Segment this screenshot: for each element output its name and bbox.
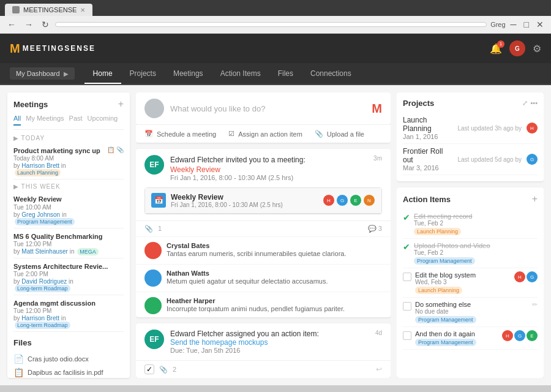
tab-home[interactable]: Home xyxy=(84,64,121,84)
browser-toolbar: ← → ↻ Greg ─ □ ✕ xyxy=(0,16,551,34)
check-complete-icon[interactable]: ✔ xyxy=(403,213,410,222)
close-browser-button[interactable]: ✕ xyxy=(534,18,546,31)
action-item-tag[interactable]: Launch Planning xyxy=(414,228,461,235)
schedule-meeting-button[interactable]: 📅 Schedule a meeting xyxy=(144,130,216,138)
action-item-avatar: H xyxy=(502,330,513,341)
right-panel: Projects ⤢ ••• Launch Planning Jan 1, 20… xyxy=(397,92,544,378)
check-complete-icon[interactable]: ✔ xyxy=(403,242,410,252)
action-item-tag[interactable]: Launch Planning xyxy=(415,287,462,294)
check-pending-icon[interactable] xyxy=(403,331,411,340)
action-item-date: Wed, Feb 3 xyxy=(415,279,511,285)
meeting-time: Tue 12:00 PM xyxy=(13,241,124,247)
meeting-item: Product marketing sync up Today 8:00 AM … xyxy=(13,144,124,179)
feed-content: Edward Fletcher invited you to a meeting… xyxy=(170,155,367,181)
filter-past[interactable]: Past xyxy=(69,115,83,126)
meeting-title[interactable]: Systems Architecture Revie... xyxy=(13,262,124,271)
comment-text: Metum quieti agatur ut sequitur delectat… xyxy=(167,277,382,286)
action-checkbox[interactable]: ✓ xyxy=(144,364,154,374)
action-items-header: Action Items + xyxy=(403,194,538,205)
file-item[interactable]: 📋 Dapibus ac facilisis in.pdf xyxy=(13,366,124,378)
comment-text: Tantas earum numeris, scribi innumerabil… xyxy=(167,249,382,258)
tab-files[interactable]: Files xyxy=(269,64,302,84)
file-item[interactable]: 📄 Cras justo odio.docx xyxy=(13,352,124,366)
paperclip-icon: 📎 xyxy=(315,130,323,138)
meeting-title[interactable]: Product marketing sync up xyxy=(13,146,107,155)
tab-close[interactable]: ✕ xyxy=(80,7,85,13)
browser-tab[interactable]: MEETINGSENSE ✕ xyxy=(5,4,92,16)
project-item[interactable]: Launch Planning Jan 1, 2016 Last updated… xyxy=(403,113,538,144)
feed-card-meeting: EF Edward Fletcher invited you to a meet… xyxy=(136,149,391,317)
action-item-tag[interactable]: Program Management xyxy=(415,339,476,346)
project-item[interactable]: Frontier Roll out Mar 3, 2016 Last updat… xyxy=(403,144,538,175)
meeting-title[interactable]: Weekly Review xyxy=(13,195,124,203)
meeting-title[interactable]: MS 6 Quality Benchmarking xyxy=(13,232,124,241)
action-item-tag[interactable]: Program Management xyxy=(414,257,475,265)
back-button[interactable]: ← xyxy=(5,18,18,31)
activity-avatar xyxy=(144,99,164,118)
activity-input-row: What would you like to do? M xyxy=(136,92,391,124)
action-content: Edward Fletcher assigned you an action i… xyxy=(170,330,319,354)
action-item-row: Do something else No due date Program Ma… xyxy=(403,301,538,323)
action-item-tag[interactable]: Program Management xyxy=(415,316,476,323)
action-item-date: Tue, Feb 2 xyxy=(414,220,538,227)
feed-header: EF Edward Fletcher invited you to a meet… xyxy=(136,149,391,187)
feed-avatar: EF xyxy=(144,155,164,175)
action-item: ✔ Upload Photos and Video Tue, Feb 2 Pro… xyxy=(403,239,538,268)
schedule-label: Schedule a meeting xyxy=(157,130,216,138)
meeting-filters: All My Meetings Past Upcoming xyxy=(13,115,124,130)
files-section: Files 📄 Cras justo odio.docx 📋 Dapibus a… xyxy=(13,338,124,378)
filter-upcoming[interactable]: Upcoming xyxy=(88,115,118,126)
tab-action-items[interactable]: Action Items xyxy=(212,64,269,84)
main-content: Meetings + All My Meetings Past Upcoming… xyxy=(0,85,551,385)
filter-my-meetings[interactable]: My Meetings xyxy=(26,115,64,126)
minimize-button[interactable]: ─ xyxy=(508,18,519,31)
forward-button[interactable]: → xyxy=(22,18,36,31)
feed-link[interactable]: Weekly Review xyxy=(170,165,367,174)
assign-action-button[interactable]: ☑ Assign an action item xyxy=(228,130,302,138)
meeting-item: Systems Architecture Revie... Tue 2:00 P… xyxy=(13,260,124,295)
comment-body: Nathan Watts Metum quieti agatur ut sequ… xyxy=(167,270,382,287)
more-icon[interactable]: ••• xyxy=(530,99,538,107)
meetings-title: Meetings xyxy=(13,100,48,109)
meeting-by: by Greg Johnson in Program Management xyxy=(13,211,124,225)
action-items-panel: Action Items + ✔ Edit meeting record Tue… xyxy=(397,187,544,378)
expand-icon[interactable]: ⤢ xyxy=(522,99,528,107)
action-items-title: Action Items xyxy=(403,195,451,204)
settings-icon[interactable]: ⚙ xyxy=(533,43,541,55)
edit-icon[interactable]: ✏ xyxy=(532,301,538,309)
tab-meetings[interactable]: Meetings xyxy=(165,64,212,84)
browser-chrome: MEETINGSENSE ✕ xyxy=(0,0,551,16)
add-meeting-button[interactable]: + xyxy=(118,99,124,110)
attachment-count: 1 xyxy=(158,225,162,232)
meeting-item: Agenda mgmt discussion Tue 12:00 PM by H… xyxy=(13,296,124,332)
address-bar[interactable] xyxy=(55,22,487,27)
action-item-avatar: G xyxy=(527,271,538,282)
tab-projects[interactable]: Projects xyxy=(121,64,165,84)
refresh-button[interactable]: ↻ xyxy=(39,18,51,31)
feed-meta: 📎 1 💬 3 xyxy=(136,221,391,236)
activity-logo: M xyxy=(372,102,382,116)
check-pending-icon[interactable] xyxy=(403,302,411,311)
meeting-by: by Harrison Brett in Launch Planning xyxy=(13,162,107,176)
comment-author: Crystal Bates xyxy=(167,242,382,249)
comment-item: Crystal Bates Tantas earum numeris, scri… xyxy=(136,236,391,264)
maximize-button[interactable]: □ xyxy=(522,18,531,31)
meeting-title[interactable]: Agenda mgmt discussion xyxy=(13,299,124,307)
filter-all[interactable]: All xyxy=(13,115,21,126)
user-avatar[interactable]: G xyxy=(509,40,525,56)
action-item-date: No due date xyxy=(415,308,528,315)
feed-time: 3m xyxy=(373,155,382,162)
tab-connections[interactable]: Connections xyxy=(302,64,360,84)
action-header: EF Edward Fletcher assigned you an actio… xyxy=(136,323,391,360)
project-avatar: H xyxy=(527,123,538,134)
upload-file-button[interactable]: 📎 Upload a file xyxy=(315,130,364,138)
activity-placeholder[interactable]: What would you like to do? xyxy=(170,104,365,113)
check-pending-icon[interactable] xyxy=(403,273,411,281)
breadcrumb[interactable]: My Dashboard ▶ xyxy=(10,67,75,80)
action-link[interactable]: Send the homepage mockups xyxy=(170,338,319,347)
add-action-item-button[interactable]: + xyxy=(532,194,538,205)
meeting-time: Tue 10:00 AM xyxy=(13,204,124,211)
action-item-row: And then do it again Program Management … xyxy=(403,330,538,346)
notifications-icon[interactable]: 🔔 1 xyxy=(490,43,502,55)
today-label: ▶ Today xyxy=(13,135,124,141)
